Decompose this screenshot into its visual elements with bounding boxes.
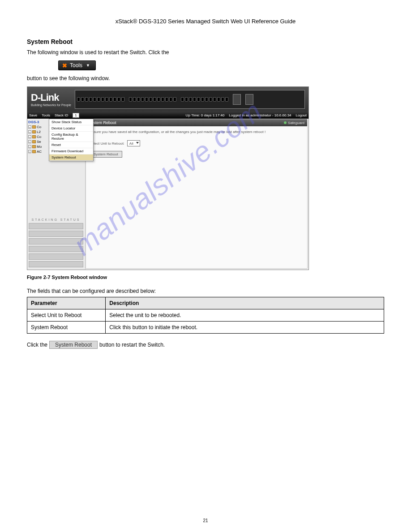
table-row: Select Unit to Reboot Select the unit to… bbox=[27, 309, 384, 322]
switch-port-panel bbox=[75, 90, 305, 109]
menubar-login-info: Logged in as administrator - 10.6.60.34 bbox=[229, 113, 291, 117]
brand-tagline: Building Networks for People bbox=[31, 103, 71, 107]
brand-name: D-Link bbox=[31, 92, 71, 103]
page-title: xStack® DGS-3120 Series Managed Switch W… bbox=[27, 18, 384, 25]
dropdown-item[interactable]: Show Stack Status bbox=[49, 119, 93, 125]
stacking-status-heading: STACKING STATUS bbox=[27, 218, 85, 221]
table-cell-param: Select Unit to Reboot bbox=[27, 309, 106, 322]
menubar-uptime: Up Time: 0 days 1:17:40 bbox=[186, 113, 225, 117]
app-header: D-Link Building Networks for People bbox=[27, 87, 308, 112]
closing-instruction: Click the System Reboot button to restar… bbox=[27, 341, 384, 349]
intro-text: The following window is used to restart … bbox=[27, 49, 384, 56]
table-cell-desc: Click this button to initiate the reboot… bbox=[106, 322, 384, 334]
stack-row bbox=[29, 261, 83, 267]
stack-row bbox=[29, 238, 83, 245]
closing-suffix: button to restart the Switch. bbox=[99, 342, 165, 348]
reboot-warning-text: Ensure you have saved all the configurat… bbox=[90, 130, 304, 134]
stack-row bbox=[29, 253, 83, 260]
menubar-tools[interactable]: Tools bbox=[42, 113, 50, 117]
intro-prefix: The following window is used to restart … bbox=[27, 49, 169, 56]
app-menubar: Save Tools Stack ID 1 Up Time: 0 days 1:… bbox=[27, 112, 308, 119]
stack-row bbox=[29, 246, 83, 252]
select-unit-dropdown[interactable]: All bbox=[127, 140, 140, 146]
table-cell-desc: Select the unit to be rebooted. bbox=[106, 309, 384, 322]
menubar-logout[interactable]: Logout bbox=[296, 113, 307, 117]
menubar-stack-id-value[interactable]: 1 bbox=[73, 113, 79, 118]
system-reboot-button-inscreenshot[interactable]: System Reboot bbox=[90, 151, 122, 158]
closing-prefix: Click the bbox=[27, 342, 47, 348]
tools-button[interactable]: ✖ Tools ▼ bbox=[58, 60, 96, 70]
table-header-description: Description bbox=[106, 297, 384, 309]
parameters-table: Parameter Description Select Unit to Reb… bbox=[27, 297, 384, 334]
menubar-stack-id-label: Stack ID bbox=[55, 113, 68, 117]
tools-dropdown-menu: Show Stack Status Device Locator Config … bbox=[49, 119, 94, 161]
tools-button-label: Tools bbox=[70, 62, 82, 69]
section-heading: System Reboot bbox=[27, 38, 384, 45]
intro-suffix: button to see the following window. bbox=[27, 75, 384, 82]
safeguard-label: Safeguard bbox=[288, 121, 304, 125]
safeguard-indicator: Safeguard bbox=[284, 121, 304, 125]
dropdown-item[interactable]: Config Backup & Restore bbox=[49, 132, 93, 142]
select-unit-label: Select Unit to Reboot: bbox=[90, 142, 124, 146]
dropdown-item[interactable]: Firmware Download bbox=[49, 148, 93, 154]
figure-caption: Figure 2-7 System Reboot window bbox=[27, 275, 384, 280]
menubar-save[interactable]: Save bbox=[29, 113, 37, 117]
system-reboot-button-inline[interactable]: System Reboot bbox=[49, 341, 98, 349]
dropdown-item[interactable]: Reset bbox=[49, 142, 93, 148]
safeguard-dot-icon bbox=[284, 121, 287, 124]
dropdown-item-system-reboot[interactable]: System Reboot bbox=[49, 154, 93, 161]
stack-row bbox=[29, 231, 83, 237]
tree-root-label: DGS-3 bbox=[28, 120, 39, 124]
brand-logo: D-Link Building Networks for People bbox=[31, 92, 71, 107]
table-header-parameter: Parameter bbox=[27, 297, 106, 309]
app-screenshot: D-Link Building Networks for People Save… bbox=[27, 86, 309, 270]
page-number: 21 bbox=[0, 518, 411, 523]
stack-row bbox=[29, 223, 83, 229]
dropdown-item[interactable]: Device Locator bbox=[49, 125, 93, 132]
table-row: System Reboot Click this button to initi… bbox=[27, 322, 384, 334]
main-content-panel: System Reboot Safeguard Ensure you have … bbox=[86, 119, 308, 269]
panel-title-bar: System Reboot Safeguard bbox=[86, 119, 307, 126]
table-cell-param: System Reboot bbox=[27, 322, 106, 334]
chevron-down-icon: ▼ bbox=[86, 63, 90, 68]
x-icon: ✖ bbox=[62, 63, 67, 69]
table-intro: The fields that can be configured are de… bbox=[27, 288, 384, 294]
stacking-status-panel: STACKING STATUS bbox=[27, 216, 85, 269]
